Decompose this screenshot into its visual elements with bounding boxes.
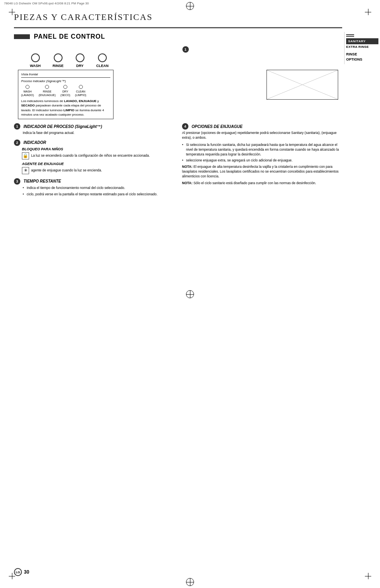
section-1-body: Indica la fase del programa actual. [23,131,174,136]
right-sidebar: SANITARY EXTRA RINSE RINSEOPTIONS [344,32,380,64]
wash-circle [31,53,40,62]
section-2-header: 2 INDICADOR [14,140,174,146]
badge-number-1: 1 [182,46,189,53]
callout-wash-label: WASH [24,90,32,94]
sidebar-line-2 [346,36,354,37]
section-4-nota2: NOTA: Sólo el ciclo sanitario está diseñ… [182,181,342,186]
section-3-bullet-2: ciclo, podrá verse en la pantalla el tie… [23,192,174,197]
subsection-agente: AGENTE DE ENJUAGUE ✳ agente de enjuague … [22,162,174,174]
buttons-row: WASH RINSE DRY CLEAN [18,53,342,68]
wash-label: WASH [30,64,41,68]
callout-subtitle: Proceso Indicador (SignaLight ™) [21,79,110,84]
section-4-nota1: NOTA: El enjuague de alta temperatura de… [182,165,342,179]
button-wash: WASH [30,53,41,68]
rinse-circle [54,53,63,62]
panel-header: PANEL DE CONTROL [14,33,342,40]
crosshair-tr [365,9,371,15]
lg-logo: LG [14,568,22,576]
section-right: 4 OPCIONES DE ENJUAGUE Al presionar (opc… [182,123,342,201]
section-4-intro: Al presionar (opciones de enjuague) repe… [182,131,342,140]
section-4-header: 4 OPCIONES DE ENJUAGUE [182,123,342,130]
callout-clean-label: CLEAN [76,90,85,94]
callout-rinse-label: RINSE [43,90,51,94]
callout-rinse-sublabel: (ENJUAGUE) [39,93,56,97]
lock-icon: 🔒 [23,153,28,158]
callout-circle-dry [63,85,67,89]
badge-s3: 3 [14,178,20,185]
crosshair-br [365,573,371,579]
main-content: PIEZAS Y CARACTERÍSTICAS PANEL DE CONTRO… [14,12,342,201]
section-item-3: 3 TIEMPO RESTANTE Indica el tiempo de fu… [14,178,174,197]
snowflake-icon: ✳ [24,168,27,173]
subsection-bloqueo: BLOQUEO PARA NIÑOS 🔒 La luz se encenderá… [22,147,174,159]
badge-s2: 2 [14,140,20,146]
button-clean: CLEAN [96,53,109,68]
rinse-label: RINSE [53,64,64,68]
badge-1-container: 1 [18,46,342,53]
icon-block-lock: 🔒 La luz se encenderá cuando la configur… [22,152,174,159]
section-4-bullet-1: Si selecciona la función sanitaria, dich… [182,143,342,157]
sections-row: 1 INDICADOR DE PROCESO (SignaLight™) Ind… [14,123,342,201]
diagram-image-inner [267,70,338,99]
callout-dry-sublabel: (SECO) [61,93,71,97]
reg-mark-center [186,290,194,298]
section-4-bullet-2: seleccione enjuague extra, se agregará u… [182,158,342,163]
callout-indicator-rinse: RINSE (ENJUAGUE) [39,85,56,98]
section-4-title: OPCIONES DE ENJUAGUE [192,124,243,129]
callout-indicator-clean: CLEAN (LIMPIO) [75,85,86,98]
panel-header-title: PANEL DE CONTROL [34,33,105,40]
section-1-title: INDICADOR DE PROCESO (SignaLight™) [24,124,102,129]
sidebar-rinse-options-label: RINSEOPTIONS [346,52,378,62]
clean-circle [98,53,107,62]
diagram-image-box [266,70,338,100]
icon-block-snowflake: ✳ agente de enjuague cuando la luz se en… [22,167,174,174]
subsection-agente-title: AGENTE DE ENJUAGUE [22,162,174,166]
callout-indicator-wash: WASH (LAVADO) [21,85,34,98]
callout-indicator-dry: DRY (SECO) [61,85,71,98]
dry-circle [76,53,84,62]
section-item-4: 4 OPCIONES DE ENJUAGUE Al presionar (opc… [182,123,342,186]
callout-circle-rinse [45,85,49,89]
agente-body: agente de enjuague cuando la luz se enci… [31,168,102,173]
section-1-header: 1 INDICADOR DE PROCESO (SignaLight™) [14,123,174,130]
callout-circle-wash [25,85,29,89]
section-3-bullets: Indica el tiempo de funcionamiento norma… [23,186,174,197]
dry-label: DRY [76,64,84,68]
reg-mark-top [186,2,194,10]
callout-circle-clean [79,85,83,89]
section-divider [14,27,342,28]
section-item-1: 1 INDICADOR DE PROCESO (SignaLight™) Ind… [14,123,174,136]
section-3-title: TIEMPO RESTANTE [24,179,61,183]
page-title: PIEZAS Y CARACTERÍSTICAS [14,12,342,22]
sidebar-extra-rinse-label: EXTRA RINSE [346,45,378,49]
button-dry: DRY [76,53,84,68]
callout-title: Vista frontal [21,72,110,78]
snowflake-icon-square: ✳ [22,167,29,174]
section-2-title: INDICADOR [24,140,46,145]
callout-dry-label: DRY [63,90,69,94]
section-4-bullets: Si selecciona la función sanitaria, dich… [182,143,342,163]
sidebar-sanitary-label: SANITARY [346,38,378,44]
sidebar-line-1 [346,34,354,35]
page-number: 30 [24,569,29,575]
badge-s1: 1 [14,123,20,130]
callout-indicators: WASH (LAVADO) RINSE (ENJUAGUE) DRY (SECO… [21,85,110,98]
callout-clean-sublabel: (LIMPIO) [75,93,86,97]
bloqueo-body: La luz se encenderá cuando la configurac… [31,153,150,158]
badge-s4: 4 [182,123,188,130]
lock-icon-square: 🔒 [22,152,29,159]
callout-text: Los indicadores luminosos de LAVADO, ENJ… [21,99,110,117]
file-header: 78046 LG Dshwshr OM SPv06.qxd 4/2/08 8:2… [4,2,89,5]
page-number-area: LG 30 [14,568,29,576]
button-rinse: RINSE [53,53,64,68]
callout-wash-sublabel: (LAVADO) [21,93,34,97]
section-3-bullet-1: Indica el tiempo de funcionamiento norma… [23,186,174,191]
sidebar-sanitary-decoration [346,34,378,37]
section-item-2: 2 INDICADOR BLOQUEO PARA NIÑOS 🔒 La luz … [14,140,174,174]
callout-box: Vista frontal Proceso Indicador (SignaLi… [18,70,114,119]
section-left: 1 INDICADOR DE PROCESO (SignaLight™) Ind… [14,123,174,201]
reg-mark-bottom [186,578,194,586]
subsection-bloqueo-title: BLOQUEO PARA NIÑOS [22,147,174,151]
panel-header-bar [14,34,30,39]
clean-label: CLEAN [96,64,109,68]
